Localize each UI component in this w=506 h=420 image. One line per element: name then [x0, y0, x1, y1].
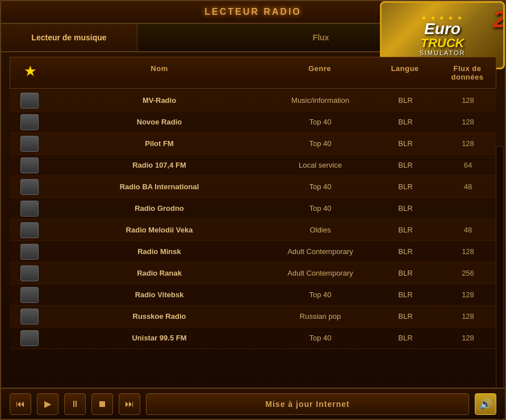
bottom-bar: ⏮ ▶ ⏸ ⏹ ⏭ Mise à jour Internet 🔊 — [1, 388, 505, 419]
fav-cell-7 — [10, 244, 49, 260]
cell-genre-10: Russian pop — [269, 311, 371, 322]
pause-button[interactable]: ⏸ — [64, 393, 86, 415]
content-area: ★ Nom Genre Langue Flux de données MV-Ra… — [1, 52, 505, 420]
fav-cell-10 — [10, 309, 49, 325]
cell-name-5: Radio Grodno — [49, 203, 269, 214]
stop-icon: ⏹ — [98, 399, 107, 409]
fav-cell-0 — [10, 93, 49, 109]
cell-bitrate-1: 128 — [440, 117, 496, 127]
table-row[interactable]: Novoe Radio Top 40 BLR 128 — [10, 111, 496, 133]
table-row[interactable]: Pilot FM Top 40 BLR 128 — [10, 133, 496, 155]
prev-icon: ⏮ — [16, 399, 25, 409]
table-body: MV-Radio Music/information BLR 128 Novoe… — [10, 90, 496, 368]
scrollbar[interactable] — [496, 146, 504, 420]
cell-langue-7: BLR — [371, 246, 440, 257]
fav-cell-2 — [10, 136, 49, 152]
cell-genre-3: Local service — [269, 160, 371, 171]
fav-checkbox-9[interactable] — [20, 287, 39, 303]
logo-euro: Euro — [424, 21, 461, 37]
cell-bitrate-5 — [440, 207, 496, 210]
fav-cell-5 — [10, 201, 49, 217]
fav-cell-3 — [10, 157, 49, 173]
fav-cell-8 — [10, 265, 49, 281]
cell-name-6: Radio Melodii Veka — [49, 224, 269, 235]
header-langue: Langue — [371, 62, 439, 84]
table-row[interactable]: Radio BA International Top 40 BLR 48 — [10, 176, 496, 198]
cell-genre-8: Adult Contemporary — [269, 268, 371, 278]
cell-genre-0: Music/information — [269, 95, 371, 106]
cell-genre-4: Top 40 — [269, 181, 371, 192]
cell-bitrate-2: 128 — [440, 138, 496, 149]
table-row[interactable]: Unistar 99.5 FM Top 40 BLR 128 — [10, 327, 496, 349]
fav-checkbox-5[interactable] — [20, 201, 39, 217]
volume-button[interactable]: 🔊 — [475, 393, 496, 415]
table-row[interactable]: Radio Ranak Adult Contemporary BLR 256 — [10, 263, 496, 284]
cell-name-7: Radio Minsk — [49, 246, 269, 257]
fav-checkbox-7[interactable] — [20, 244, 39, 260]
cell-langue-1: BLR — [371, 117, 440, 127]
cell-langue-2: BLR — [371, 138, 440, 149]
next-icon: ⏭ — [125, 399, 134, 409]
header-flux: Flux de données — [439, 62, 496, 84]
main-window: LECTEUR RADIO ✕ Lecteur de musique Flux … — [0, 0, 506, 420]
logo-truck: TRUCK — [421, 37, 465, 49]
fav-checkbox-4[interactable] — [20, 179, 39, 195]
fav-cell-4 — [10, 179, 49, 195]
logo-number: 2 — [493, 6, 505, 33]
cell-name-10: Russkoe Radio — [49, 311, 269, 322]
window-title: LECTEUR RADIO — [204, 7, 302, 17]
fav-checkbox-1[interactable] — [20, 114, 39, 130]
cell-langue-0: BLR — [371, 95, 440, 106]
cell-name-11: Unistar 99.5 FM — [49, 332, 269, 343]
fav-checkbox-11[interactable] — [20, 330, 39, 346]
table-row[interactable]: Radio Minsk Adult Contemporary BLR 128 — [10, 241, 496, 263]
cell-langue-11: BLR — [371, 332, 440, 343]
cell-langue-5: BLR — [371, 203, 440, 214]
cell-name-1: Novoe Radio — [49, 117, 269, 127]
cell-genre-2: Top 40 — [269, 138, 371, 149]
stop-button[interactable]: ⏹ — [91, 393, 113, 415]
cell-bitrate-7: 128 — [440, 246, 496, 257]
update-button[interactable]: Mise à jour Internet — [146, 393, 469, 415]
fav-checkbox-10[interactable] — [20, 309, 39, 325]
table-row[interactable]: MV-Radio Music/information BLR 128 — [10, 90, 496, 111]
fav-cell-11 — [10, 330, 49, 346]
cell-bitrate-4: 48 — [440, 181, 496, 192]
cell-langue-4: BLR — [371, 181, 440, 192]
cell-genre-6: Oldies — [269, 224, 371, 235]
cell-genre-7: Adult Contemporary — [269, 246, 371, 257]
cell-langue-8: BLR — [371, 268, 440, 278]
play-icon: ▶ — [44, 398, 51, 409]
table-row[interactable]: Radio 107,4 FM Local service BLR 64 — [10, 155, 496, 176]
volume-icon: 🔊 — [479, 398, 492, 410]
fav-checkbox-8[interactable] — [20, 265, 39, 281]
table-row[interactable]: Radio Vitebsk Top 40 BLR 128 — [10, 284, 496, 306]
prev-button[interactable]: ⏮ — [10, 393, 31, 415]
cell-langue-6: BLR — [371, 224, 440, 235]
cell-langue-10: BLR — [371, 311, 440, 322]
fav-checkbox-3[interactable] — [20, 157, 39, 173]
fav-checkbox-6[interactable] — [20, 222, 39, 238]
header-nom: Nom — [50, 62, 269, 84]
next-button[interactable]: ⏭ — [119, 393, 140, 415]
cell-bitrate-6: 48 — [440, 224, 496, 235]
play-button[interactable]: ▶ — [37, 393, 58, 415]
cell-name-2: Pilot FM — [49, 138, 269, 149]
table-row[interactable]: Radio Grodno Top 40 BLR — [10, 198, 496, 219]
table-row[interactable]: Russkoe Radio Russian pop BLR 128 — [10, 306, 496, 327]
table-row[interactable]: Radio Melodii Veka Oldies BLR 48 — [10, 219, 496, 241]
pause-icon: ⏸ — [70, 399, 80, 409]
cell-langue-9: BLR — [371, 289, 440, 300]
cell-name-3: Radio 107,4 FM — [49, 160, 269, 171]
cell-bitrate-0: 128 — [440, 95, 496, 106]
fav-cell-6 — [10, 222, 49, 238]
fav-cell-9 — [10, 287, 49, 303]
cell-bitrate-9: 128 — [440, 289, 496, 300]
fav-cell-1 — [10, 114, 49, 130]
fav-checkbox-0[interactable] — [20, 93, 39, 109]
cell-bitrate-11: 128 — [440, 332, 496, 343]
cell-name-4: Radio BA International — [49, 181, 269, 192]
fav-checkbox-2[interactable] — [20, 136, 39, 152]
tab-music[interactable]: Lecteur de musique — [1, 24, 137, 51]
cell-genre-1: Top 40 — [269, 117, 371, 127]
